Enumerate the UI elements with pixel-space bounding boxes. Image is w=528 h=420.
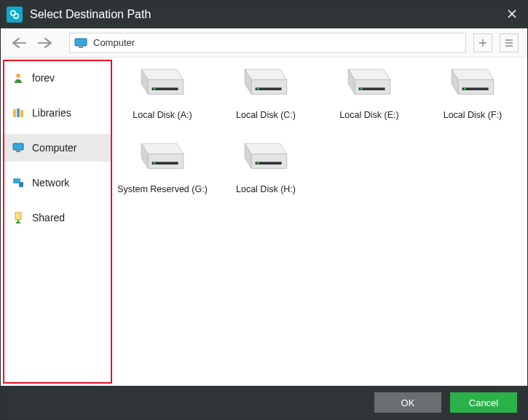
svg-marker-33 <box>141 143 184 154</box>
disk-item[interactable]: Local Disk (A:) <box>115 65 210 120</box>
svg-point-1 <box>14 14 18 18</box>
sidebar-item-label: Shared <box>32 212 65 223</box>
path-text: Computer <box>93 37 135 48</box>
svg-point-17 <box>154 88 156 90</box>
sidebar-item-computer[interactable]: Computer <box>4 134 111 162</box>
new-folder-button[interactable] <box>473 33 492 52</box>
svg-point-32 <box>464 88 466 90</box>
arrow-right-icon <box>37 37 53 49</box>
svg-marker-29 <box>458 80 494 95</box>
svg-rect-8 <box>13 143 23 150</box>
svg-point-4 <box>16 74 20 78</box>
shared-icon <box>12 211 25 224</box>
disk-item[interactable]: System Reserved (G:) <box>115 139 210 194</box>
svg-rect-41 <box>256 162 282 165</box>
svg-marker-13 <box>141 69 184 79</box>
svg-rect-26 <box>359 87 385 90</box>
svg-rect-12 <box>15 213 21 220</box>
sidebar-item-network[interactable]: Network <box>4 169 111 197</box>
svg-marker-28 <box>452 69 494 79</box>
disk-label: Local Disk (F:) <box>444 110 503 120</box>
svg-marker-39 <box>251 154 287 169</box>
svg-point-27 <box>360 88 363 90</box>
svg-rect-36 <box>152 162 178 165</box>
drive-icon <box>240 139 292 177</box>
close-icon <box>507 9 517 19</box>
drive-icon <box>240 65 292 103</box>
svg-marker-24 <box>355 80 390 95</box>
svg-marker-23 <box>348 69 390 79</box>
svg-point-42 <box>257 162 259 165</box>
view-list-button[interactable] <box>500 33 519 52</box>
svg-rect-2 <box>75 39 87 46</box>
nav-forward-button[interactable] <box>36 35 55 51</box>
svg-rect-21 <box>256 87 282 90</box>
sidebar-item-label: Computer <box>32 142 76 154</box>
svg-rect-6 <box>17 108 20 117</box>
disk-label: Local Disk (E:) <box>339 110 398 120</box>
disk-item[interactable]: Local Disk (E:) <box>322 65 417 120</box>
monitor-icon <box>74 38 87 48</box>
monitor-icon <box>12 141 25 154</box>
user-icon <box>12 71 25 84</box>
svg-rect-3 <box>79 47 83 48</box>
dialog-body: forev Libraries Computer Network Shared <box>1 58 527 386</box>
disk-label: Local Disk (A:) <box>133 110 192 120</box>
svg-rect-16 <box>152 87 178 90</box>
list-icon <box>504 38 514 48</box>
sidebar-item-libraries[interactable]: Libraries <box>4 99 111 127</box>
libraries-icon <box>12 106 25 119</box>
sidebar: forev Libraries Computer Network Shared <box>3 60 112 384</box>
svg-marker-38 <box>245 143 287 154</box>
drive-icon <box>136 65 189 103</box>
svg-marker-19 <box>251 80 287 95</box>
arrow-left-icon <box>11 37 27 49</box>
close-button[interactable] <box>503 7 521 23</box>
titlebar: Select Destination Path <box>1 1 527 28</box>
svg-rect-31 <box>462 87 489 90</box>
disk-item[interactable]: Local Disk (H:) <box>218 139 313 194</box>
nav-back-button[interactable] <box>9 35 28 51</box>
disk-grid: Local Disk (A:) Local Disk (C:) Local Di… <box>115 65 526 194</box>
disk-label: Local Disk (C:) <box>236 110 296 120</box>
plus-icon <box>478 38 488 48</box>
disk-label: Local Disk (H:) <box>236 184 296 194</box>
svg-point-22 <box>257 88 259 90</box>
app-icon <box>7 7 23 23</box>
svg-rect-11 <box>19 182 23 187</box>
drive-icon <box>343 65 395 103</box>
sidebar-item-label: forev <box>32 72 55 84</box>
svg-rect-7 <box>20 110 23 117</box>
drive-icon <box>136 139 189 177</box>
footer: OK Cancel <box>1 386 527 419</box>
sidebar-item-shared[interactable]: Shared <box>4 204 111 231</box>
content-area: Local Disk (A:) Local Disk (C:) Local Di… <box>114 58 527 386</box>
svg-point-37 <box>154 162 156 165</box>
svg-rect-5 <box>13 109 16 117</box>
svg-marker-14 <box>148 80 184 95</box>
svg-marker-18 <box>245 69 287 79</box>
svg-rect-9 <box>16 151 20 152</box>
toolbar: Computer <box>1 28 527 58</box>
window-title: Select Destination Path <box>30 8 503 21</box>
disk-label: System Reserved (G:) <box>117 184 208 194</box>
cancel-button[interactable]: Cancel <box>450 392 517 413</box>
dialog-window: Select Destination Path Computer forev <box>0 0 528 420</box>
svg-marker-34 <box>148 154 184 169</box>
sidebar-item-label: Network <box>32 177 69 189</box>
sidebar-item-user[interactable]: forev <box>4 64 111 92</box>
ok-button[interactable]: OK <box>374 392 441 413</box>
disk-item[interactable]: Local Disk (C:) <box>218 65 313 120</box>
sidebar-item-label: Libraries <box>32 107 71 119</box>
disk-item[interactable]: Local Disk (F:) <box>425 65 520 120</box>
path-breadcrumb[interactable]: Computer <box>69 33 466 53</box>
drive-icon <box>446 65 499 103</box>
network-icon <box>12 176 25 189</box>
